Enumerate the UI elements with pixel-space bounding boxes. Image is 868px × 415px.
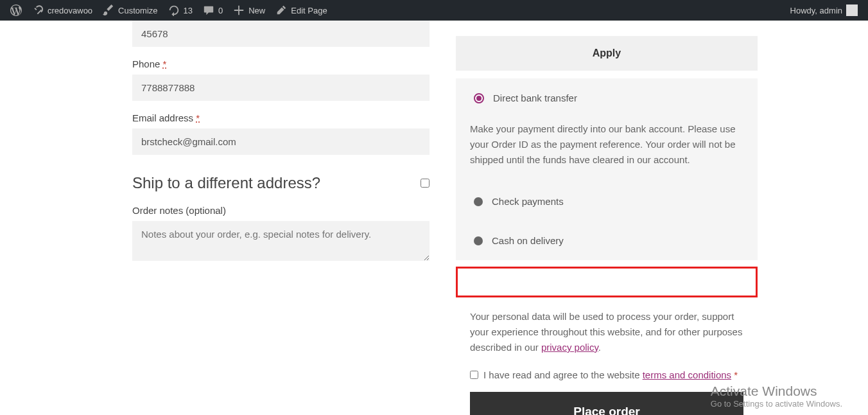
pencil-icon xyxy=(275,4,287,16)
required-mark: * xyxy=(163,58,167,69)
phone-input[interactable] xyxy=(132,75,430,101)
updates-link[interactable]: 13 xyxy=(163,0,198,21)
privacy-policy-link[interactable]: privacy policy xyxy=(541,342,598,353)
terms-link[interactable]: terms and conditions xyxy=(643,369,731,380)
customize-link[interactable]: Customize xyxy=(98,0,162,21)
edit-page-label: Edit Page xyxy=(291,6,327,15)
brush-icon xyxy=(103,4,114,16)
dashboard-icon xyxy=(32,4,44,16)
avatar xyxy=(846,4,858,16)
wp-logo[interactable] xyxy=(5,0,27,21)
pay-option-bank[interactable]: Direct bank transfer xyxy=(456,78,758,118)
pay-option-label: Check payments xyxy=(492,196,564,207)
terms-checkbox[interactable] xyxy=(470,371,478,379)
comments-link[interactable]: 0 xyxy=(198,0,228,21)
updates-count: 13 xyxy=(184,6,193,15)
apply-coupon-button[interactable]: Apply xyxy=(456,36,758,71)
site-name-link[interactable]: credovawoo xyxy=(27,0,98,21)
order-notes-row: Order notes (optional) xyxy=(132,205,430,263)
radio-unselected-icon xyxy=(474,236,483,245)
wordpress-icon xyxy=(10,4,22,16)
payment-methods: Direct bank transfer Make your payment d… xyxy=(456,78,758,260)
pay-option-check[interactable]: Check payments xyxy=(456,182,758,221)
required-mark: * xyxy=(196,112,200,123)
admin-bar-left: credovawoo Customize 13 0 New Edit Page xyxy=(5,0,333,21)
place-order-button[interactable]: Place order xyxy=(470,392,743,415)
order-notes-textarea[interactable] xyxy=(132,221,430,261)
howdy-label: Howdy, admin xyxy=(790,6,842,15)
ship-different-checkbox[interactable] xyxy=(421,179,430,188)
comments-count: 0 xyxy=(218,6,223,15)
billing-form: Phone * Email address * Ship to a differ… xyxy=(0,21,430,415)
checkout-content: Phone * Email address * Ship to a differ… xyxy=(0,21,868,415)
radio-selected-icon xyxy=(474,93,484,103)
privacy-policy-text: Your personal data will be used to proce… xyxy=(456,297,758,360)
highlighted-empty-region xyxy=(456,267,758,297)
order-summary: Apply Direct bank transfer Make your pay… xyxy=(456,21,758,415)
plus-icon xyxy=(233,4,245,16)
radio-unselected-icon xyxy=(474,197,483,206)
ship-different-row: Ship to a different address? xyxy=(132,174,430,192)
email-label: Email address * xyxy=(132,112,430,123)
email-row: Email address * xyxy=(132,112,430,155)
wp-admin-bar: credovawoo Customize 13 0 New Edit Page … xyxy=(0,0,868,21)
required-mark: * xyxy=(734,369,738,380)
pay-option-label: Cash on delivery xyxy=(492,235,564,246)
pay-option-label: Direct bank transfer xyxy=(493,93,577,103)
update-icon xyxy=(168,4,180,16)
customize-label: Customize xyxy=(118,6,157,15)
zip-row xyxy=(132,21,430,47)
zip-input[interactable] xyxy=(132,21,430,47)
bank-transfer-description: Make your payment directly into our bank… xyxy=(456,118,758,182)
phone-label: Phone * xyxy=(132,58,430,69)
edit-page-link[interactable]: Edit Page xyxy=(270,0,332,21)
pay-option-cod[interactable]: Cash on delivery xyxy=(456,221,758,260)
comment-icon xyxy=(203,4,214,16)
order-notes-label: Order notes (optional) xyxy=(132,205,430,216)
admin-bar-right[interactable]: Howdy, admin xyxy=(790,4,863,16)
ship-different-heading: Ship to a different address? xyxy=(132,174,320,192)
terms-row: I have read and agree to the website ter… xyxy=(456,360,758,392)
site-name-label: credovawoo xyxy=(48,6,92,15)
new-link[interactable]: New xyxy=(228,0,270,21)
phone-row: Phone * xyxy=(132,58,430,101)
email-input[interactable] xyxy=(132,128,430,155)
new-label: New xyxy=(248,6,265,15)
